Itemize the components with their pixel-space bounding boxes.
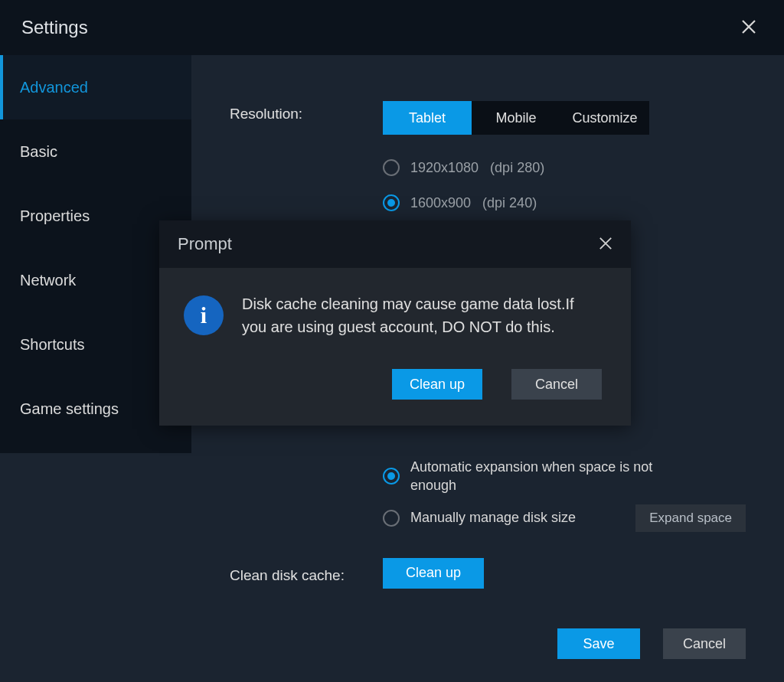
save-button[interactable]: Save [557, 628, 640, 659]
radio-icon [383, 194, 400, 211]
resolution-row: Resolution: Tablet Mobile Customize [230, 101, 746, 135]
sidebar-item-label: Properties [20, 207, 90, 225]
dialog-footer: Clean up Cancel [159, 346, 631, 426]
segment-mobile[interactable]: Mobile [472, 101, 560, 135]
sidebar-item-advanced[interactable]: Advanced [0, 55, 191, 119]
disk-auto-label: Automatic expansion when space is not en… [410, 458, 655, 495]
clean-cache-label: Clean disk cache: [230, 563, 383, 584]
sidebar-item-basic[interactable]: Basic [0, 119, 191, 184]
radio-icon [383, 159, 400, 176]
sidebar-item-label: Game settings [20, 400, 119, 418]
resolution-option-1600x900[interactable]: 1600x900 (dpi 240) [383, 185, 746, 220]
resolution-dpi: (dpi 280) [490, 160, 544, 175]
dialog-message: Disk cache cleaning may cause game data … [242, 292, 602, 338]
resolution-segment-group: Tablet Mobile Customize [383, 101, 649, 135]
radio-icon [383, 510, 400, 527]
resolution-option-1920x1080[interactable]: 1920x1080 (dpi 280) [383, 150, 746, 185]
sidebar-item-label: Shortcuts [20, 336, 84, 354]
resolution-radio-list: 1920x1080 (dpi 280) 1600x900 (dpi 240) [383, 150, 746, 220]
dialog-cleanup-button[interactable]: Clean up [392, 369, 482, 400]
close-icon[interactable] [599, 233, 612, 255]
cancel-button[interactable]: Cancel [663, 628, 746, 659]
clean-up-button[interactable]: Clean up [383, 558, 484, 589]
window-header: Settings [0, 0, 784, 55]
clean-cache-row: Clean disk cache: Clean up [230, 558, 746, 589]
sidebar-item-label: Advanced [20, 79, 88, 96]
resolution-dpi: (dpi 240) [482, 195, 537, 210]
sidebar-item-label: Basic [20, 143, 57, 161]
footer-actions: Save Cancel [557, 628, 746, 659]
dialog-body: i Disk cache cleaning may cause game dat… [159, 268, 631, 346]
disk-option-auto[interactable]: Automatic expansion when space is not en… [383, 458, 746, 495]
prompt-dialog: Prompt i Disk cache cleaning may cause g… [159, 220, 631, 426]
dialog-cancel-button[interactable]: Cancel [511, 369, 602, 400]
sidebar-item-label: Network [20, 272, 76, 289]
dialog-title: Prompt [178, 234, 232, 254]
resolution-text: 1920x1080 [410, 160, 479, 175]
segment-tablet[interactable]: Tablet [383, 101, 472, 135]
segment-customize[interactable]: Customize [560, 101, 649, 135]
close-icon[interactable] [735, 12, 763, 43]
resolution-value: 1600x900 (dpi 240) [410, 195, 537, 211]
resolution-text: 1600x900 [410, 195, 471, 210]
resolution-value: 1920x1080 (dpi 280) [410, 160, 544, 176]
expand-space-button[interactable]: Expand space [635, 504, 746, 532]
resolution-label: Resolution: [230, 101, 383, 122]
info-icon: i [184, 295, 224, 335]
radio-icon [383, 468, 400, 485]
disk-option-manual[interactable]: Manually manage disk size Expand space [383, 504, 746, 532]
disk-manual-label: Manually manage disk size [410, 508, 629, 527]
window-title: Settings [21, 17, 88, 38]
disk-management-group: Automatic expansion when space is not en… [383, 458, 746, 532]
dialog-header: Prompt [159, 220, 631, 268]
